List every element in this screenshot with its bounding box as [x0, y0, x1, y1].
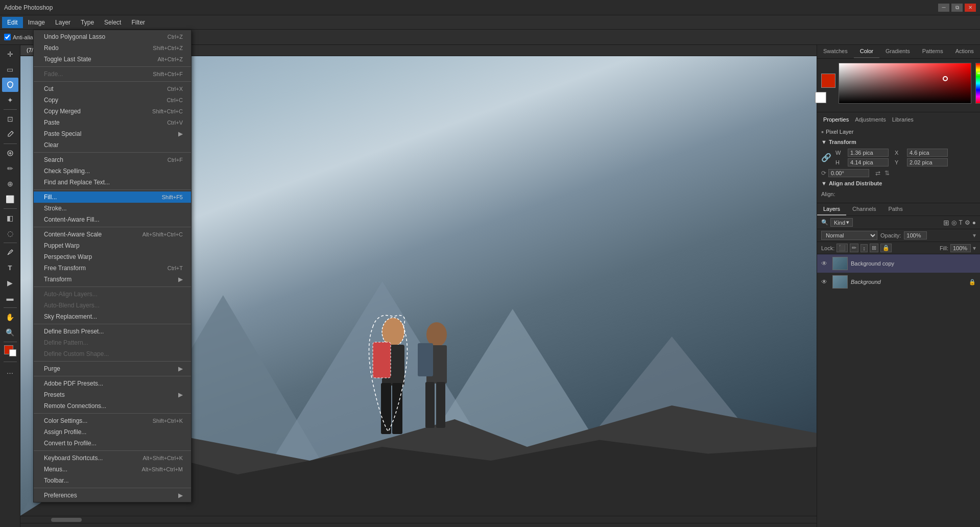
- anti-alias-checkbox[interactable]: [4, 34, 11, 40]
- fill-input[interactable]: [950, 244, 971, 252]
- kind-filter[interactable]: Kind ▾: [830, 218, 853, 227]
- layer-row-background[interactable]: 👁 Background 🔒: [817, 273, 980, 291]
- menu-purge[interactable]: Purge ▶: [34, 363, 191, 374]
- menu-menus[interactable]: Menus... Alt+Shift+Ctrl+M: [34, 464, 191, 475]
- menu-find-replace[interactable]: Find and Replace Text...: [34, 177, 191, 188]
- menu-presets[interactable]: Presets ▶: [34, 389, 191, 400]
- menu-undo[interactable]: Undo Polygonal Lasso Ctrl+Z: [34, 31, 191, 42]
- tab-channels[interactable]: Channels: [846, 203, 882, 215]
- menu-sky-replacement[interactable]: Sky Replacement...: [34, 311, 191, 322]
- angle-value[interactable]: 0.00°: [828, 169, 869, 177]
- filter-icon-5[interactable]: ●: [972, 219, 976, 226]
- lock-artboard-icon[interactable]: ↕: [861, 244, 868, 252]
- menu-select[interactable]: Select: [99, 17, 126, 28]
- height-value[interactable]: 4.14 pica: [848, 158, 889, 166]
- layer-visibility-icon-1[interactable]: 👁: [821, 260, 829, 267]
- flip-icon[interactable]: ⇄: [875, 170, 880, 177]
- menu-stroke[interactable]: Stroke...: [34, 203, 191, 214]
- brush-tool[interactable]: ✏: [2, 161, 18, 176]
- more-tools-button[interactable]: …: [2, 364, 18, 378]
- transform-section-title[interactable]: ▼ Transform: [817, 137, 980, 147]
- menu-edit[interactable]: Edit: [2, 17, 23, 28]
- menu-transform[interactable]: Transform ▶: [34, 274, 191, 285]
- tab-actions[interactable]: Actions: [949, 45, 980, 58]
- menu-image[interactable]: Image: [23, 17, 50, 28]
- healing-tool[interactable]: [2, 146, 18, 160]
- color-spectrum-container[interactable]: [839, 63, 971, 104]
- filter-icon-1[interactable]: ⊞: [943, 219, 949, 227]
- menu-search[interactable]: Search Ctrl+F: [34, 154, 191, 165]
- tab-color[interactable]: Color: [854, 45, 879, 58]
- scroll-thumb[interactable]: [51, 518, 82, 522]
- menu-define-brush[interactable]: Define Brush Preset...: [34, 326, 191, 337]
- menu-layer[interactable]: Layer: [50, 17, 76, 28]
- tab-libraries[interactable]: Libraries: [890, 115, 916, 124]
- tab-gradients[interactable]: Gradients: [879, 45, 916, 58]
- restore-button[interactable]: ⧉: [951, 4, 963, 12]
- crop-tool[interactable]: ⊡: [2, 112, 18, 126]
- hand-tool[interactable]: ✋: [2, 310, 18, 324]
- opacity-input[interactable]: [904, 231, 927, 239]
- layer-visibility-icon-2[interactable]: 👁: [821, 278, 829, 285]
- foreground-color-swatch[interactable]: [821, 74, 835, 88]
- menu-type[interactable]: Type: [76, 17, 99, 28]
- menu-paste-special[interactable]: Paste Special ▶: [34, 128, 191, 139]
- menu-redo[interactable]: Redo Shift+Ctrl+Z: [34, 42, 191, 54]
- menu-check-spelling[interactable]: Check Spelling...: [34, 165, 191, 177]
- menu-remote-connections[interactable]: Remote Connections...: [34, 400, 191, 412]
- pen-tool[interactable]: [2, 245, 18, 259]
- shape-tool[interactable]: ▬: [2, 291, 18, 305]
- color-spectrum[interactable]: [839, 63, 971, 104]
- menu-filter[interactable]: Filter: [126, 17, 150, 28]
- lasso-tool[interactable]: [2, 78, 18, 92]
- menu-convert-profile[interactable]: Convert to Profile...: [34, 438, 191, 449]
- menu-keyboard-shortcuts[interactable]: Keyboard Shortcuts... Alt+Shift+Ctrl+K: [34, 452, 191, 464]
- filter-icon-3[interactable]: T: [959, 219, 962, 226]
- menu-clear[interactable]: Clear: [34, 139, 191, 151]
- menu-toolbar[interactable]: Toolbar...: [34, 475, 191, 486]
- menu-cut[interactable]: Cut Ctrl+X: [34, 83, 191, 94]
- width-value[interactable]: 1.36 pica: [848, 149, 889, 157]
- marquee-tool[interactable]: ▭: [2, 62, 18, 77]
- menu-content-aware-scale[interactable]: Content-Aware Scale Alt+Shift+Ctrl+C: [34, 229, 191, 240]
- minimize-button[interactable]: ─: [938, 4, 949, 12]
- background-color-swatch[interactable]: [815, 92, 826, 103]
- layer-row-background-copy[interactable]: 👁 Background copy: [817, 254, 980, 273]
- lock-all-icon[interactable]: 🔒: [880, 244, 892, 252]
- filter-icon-4[interactable]: ⚙: [965, 219, 970, 226]
- eyedropper-tool[interactable]: [2, 127, 18, 141]
- lock-move-icon[interactable]: ⊞: [870, 244, 878, 252]
- menu-puppet-warp[interactable]: Puppet Warp: [34, 240, 191, 251]
- x-value[interactable]: 4.6 pica: [907, 149, 948, 157]
- menu-preferences[interactable]: Preferences ▶: [34, 490, 191, 501]
- menu-free-transform[interactable]: Free Transform Ctrl+T: [34, 262, 191, 274]
- canvas-horizontal-scrollbar[interactable]: [20, 516, 817, 523]
- tab-properties[interactable]: Properties: [821, 115, 851, 124]
- zoom-tool[interactable]: 🔍: [2, 325, 18, 340]
- clone-stamp-tool[interactable]: ⊕: [2, 177, 18, 191]
- tab-layers[interactable]: Layers: [817, 203, 846, 215]
- close-button[interactable]: ✕: [965, 4, 976, 12]
- fill-chevron-icon[interactable]: ▾: [973, 245, 976, 252]
- menu-color-settings[interactable]: Color Settings... Shift+Ctrl+K: [34, 415, 191, 426]
- menu-paste[interactable]: Paste Ctrl+V: [34, 117, 191, 128]
- menu-copy-merged[interactable]: Copy Merged Shift+Ctrl+C: [34, 106, 191, 117]
- blend-mode-select[interactable]: Normal: [821, 231, 877, 240]
- tab-paths[interactable]: Paths: [882, 203, 909, 215]
- menu-toggle-last-state[interactable]: Toggle Last State Alt+Ctrl+Z: [34, 54, 191, 65]
- dodge-tool[interactable]: ◌: [2, 226, 18, 241]
- menu-fill[interactable]: Fill... Shift+F5: [34, 191, 191, 203]
- opacity-chevron-icon[interactable]: ▾: [973, 232, 976, 239]
- menu-assign-profile[interactable]: Assign Profile...: [34, 426, 191, 438]
- link-icon[interactable]: 🔗: [821, 153, 831, 162]
- tab-patterns[interactable]: Patterns: [916, 45, 949, 58]
- lock-position-icon[interactable]: ⬛: [836, 244, 848, 252]
- eraser-tool[interactable]: ⬜: [2, 192, 18, 206]
- hue-slider[interactable]: [975, 63, 980, 104]
- menu-content-aware-fill[interactable]: Content-Aware Fill...: [34, 214, 191, 225]
- move-tool[interactable]: ✛: [2, 47, 18, 61]
- anti-alias-option[interactable]: Anti-alias: [4, 34, 36, 40]
- menu-perspective-warp[interactable]: Perspective Warp: [34, 251, 191, 262]
- background-swatch[interactable]: [9, 349, 16, 356]
- text-tool[interactable]: T: [2, 260, 18, 275]
